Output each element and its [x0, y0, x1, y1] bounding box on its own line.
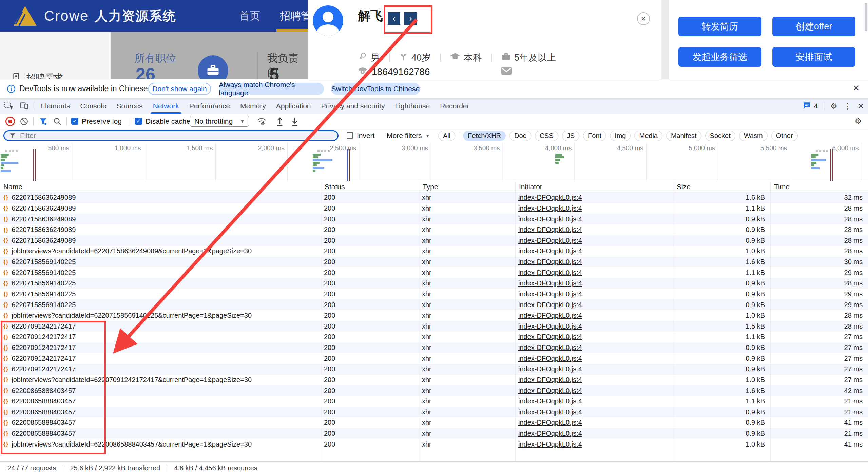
request-row[interactable]: {}62207158636249089200xhrindex-DFOqpkL0.…	[0, 203, 868, 214]
initiator-link[interactable]: index-DFOqpkL0.js:4	[518, 279, 582, 287]
initiator-link[interactable]: index-DFOqpkL0.js:4	[518, 301, 582, 309]
chat-bubble-icon[interactable]	[803, 101, 811, 111]
initiator-link[interactable]: index-DFOqpkL0.js:4	[518, 376, 582, 384]
initiator-link[interactable]: index-DFOqpkL0.js:4	[518, 419, 582, 427]
tab-lighthouse[interactable]: Lighthouse	[390, 99, 435, 114]
chip-doc[interactable]: Doc	[509, 131, 531, 141]
initiator-link[interactable]: index-DFOqpkL0.js:4	[518, 333, 582, 341]
search-icon[interactable]	[53, 114, 62, 129]
start-screening-button[interactable]: 发起业务筛选	[678, 47, 761, 67]
initiator-link[interactable]: index-DFOqpkL0.js:4	[518, 215, 582, 223]
request-row[interactable]: {}62207091242172417200xhrindex-DFOqpkL0.…	[0, 364, 868, 375]
chip-js[interactable]: JS	[562, 131, 579, 141]
request-row[interactable]: {}62207091242172417200xhrindex-DFOqpkL0.…	[0, 332, 868, 342]
initiator-link[interactable]: index-DFOqpkL0.js:4	[518, 440, 582, 448]
request-row[interactable]: {}jobInterviews?candidateId=622071585691…	[0, 310, 868, 321]
initiator-link[interactable]: index-DFOqpkL0.js:4	[518, 247, 582, 255]
dont-show-again-button[interactable]: Don't show again	[148, 83, 211, 95]
initiator-link[interactable]: index-DFOqpkL0.js:4	[518, 204, 582, 212]
invert-checkbox[interactable]	[347, 132, 353, 139]
initiator-link[interactable]: index-DFOqpkL0.js:4	[518, 269, 582, 277]
tab-elements[interactable]: Elements	[35, 99, 75, 114]
forward-resume-button[interactable]: 转发简历	[678, 17, 761, 36]
export-har-icon[interactable]	[275, 114, 284, 129]
initiator-link[interactable]: index-DFOqpkL0.js:4	[518, 344, 582, 352]
initiator-link[interactable]: index-DFOqpkL0.js:4	[518, 387, 582, 395]
record-icon[interactable]	[5, 114, 15, 129]
request-row[interactable]: {}62207158569140225200xhrindex-DFOqpkL0.…	[0, 299, 868, 310]
tab-application[interactable]: Application	[271, 99, 316, 114]
column-header-name[interactable]: Name	[0, 181, 321, 192]
import-har-icon[interactable]	[290, 114, 299, 129]
close-devtools-icon[interactable]: ✕	[857, 102, 864, 110]
chip-manifest[interactable]: Manifest	[666, 131, 701, 141]
chip-css[interactable]: CSS	[535, 131, 558, 141]
close-popup-button[interactable]: ✕	[637, 12, 650, 25]
more-filters-button[interactable]: More filters ▼	[387, 132, 430, 140]
prev-candidate-button[interactable]: ‹	[388, 12, 400, 25]
request-row[interactable]: {}62207091242172417200xhrindex-DFOqpkL0.…	[0, 321, 868, 332]
tab-console[interactable]: Console	[75, 99, 112, 114]
request-row[interactable]: {}62207091242172417200xhrindex-DFOqpkL0.…	[0, 353, 868, 364]
chip-other[interactable]: Other	[771, 131, 798, 141]
initiator-link[interactable]: index-DFOqpkL0.js:4	[518, 194, 582, 201]
column-header-type[interactable]: Type	[419, 181, 516, 192]
chip-wasm[interactable]: Wasm	[739, 131, 768, 141]
tab-performance[interactable]: Performance	[184, 99, 235, 114]
initiator-link[interactable]: index-DFOqpkL0.js:4	[518, 397, 582, 405]
initiator-link[interactable]: index-DFOqpkL0.js:4	[518, 365, 582, 373]
tab-privacy-and-security[interactable]: Privacy and security	[316, 99, 390, 114]
initiator-link[interactable]: index-DFOqpkL0.js:4	[518, 312, 582, 319]
switch-devtools-chinese-button[interactable]: Switch DevTools to Chinese	[331, 83, 420, 95]
request-row[interactable]: {}62200865888403457200xhrindex-DFOqpkL0.…	[0, 428, 868, 439]
request-row[interactable]: {}62207158569140225200xhrindex-DFOqpkL0.…	[0, 257, 868, 268]
initiator-link[interactable]: index-DFOqpkL0.js:4	[518, 258, 582, 266]
initiator-link[interactable]: index-DFOqpkL0.js:4	[518, 430, 582, 437]
filter-funnel-icon[interactable]	[39, 114, 47, 129]
preserve-log-checkbox[interactable]: ✓ Preserve log	[71, 114, 122, 129]
initiator-link[interactable]: index-DFOqpkL0.js:4	[518, 408, 582, 416]
inspect-element-icon[interactable]	[4, 101, 14, 111]
tab-network[interactable]: Network	[148, 99, 184, 114]
tab-memory[interactable]: Memory	[235, 99, 271, 114]
request-row[interactable]: {}62200865888403457200xhrindex-DFOqpkL0.…	[0, 407, 868, 418]
always-match-language-button[interactable]: Always match Chrome's language	[219, 83, 324, 95]
network-overview-timeline[interactable]: 500 ms1,000 ms1,500 ms2,000 ms2,500 ms3,…	[0, 143, 868, 181]
request-row[interactable]: {}62207158636249089200xhrindex-DFOqpkL0.…	[0, 214, 868, 224]
request-row[interactable]: {}62207158636249089200xhrindex-DFOqpkL0.…	[0, 235, 868, 246]
throttling-select[interactable]: No throttling▼	[190, 114, 249, 129]
column-header-time[interactable]: Time	[771, 181, 868, 192]
chip-fetchxhr[interactable]: Fetch/XHR	[463, 131, 506, 141]
tab-recorder[interactable]: Recorder	[435, 99, 474, 114]
request-row[interactable]: {}jobInterviews?candidateId=622070912421…	[0, 375, 868, 386]
clear-icon[interactable]	[20, 114, 28, 129]
gear-icon[interactable]: ⚙	[830, 102, 837, 110]
chip-font[interactable]: Font	[583, 131, 606, 141]
chip-img[interactable]: Img	[610, 131, 631, 141]
device-toolbar-icon[interactable]	[20, 101, 28, 111]
schedule-interview-button[interactable]: 安排面试	[772, 47, 855, 67]
request-row[interactable]: {}62207158569140225200xhrindex-DFOqpkL0.…	[0, 267, 868, 278]
initiator-link[interactable]: index-DFOqpkL0.js:4	[518, 290, 582, 298]
initiator-link[interactable]: index-DFOqpkL0.js:4	[518, 226, 582, 234]
network-conditions-icon[interactable]	[256, 114, 267, 129]
create-offer-button[interactable]: 创建offer	[772, 17, 855, 36]
request-row[interactable]: {}62207158636249089200xhrindex-DFOqpkL0.…	[0, 224, 868, 235]
column-header-initiator[interactable]: Initiator	[516, 181, 673, 192]
page-scrollbar[interactable]	[865, 3, 867, 31]
request-row[interactable]: {}62200865888403457200xhrindex-DFOqpkL0.…	[0, 385, 868, 396]
network-settings-gear-icon[interactable]: ⚙	[855, 114, 862, 129]
request-row[interactable]: {}62207158569140225200xhrindex-DFOqpkL0.…	[0, 278, 868, 289]
request-row[interactable]: {}62207158569140225200xhrindex-DFOqpkL0.…	[0, 289, 868, 300]
filter-input[interactable]	[19, 131, 319, 140]
column-header-status[interactable]: Status	[321, 181, 419, 192]
chip-socket[interactable]: Socket	[705, 131, 735, 141]
initiator-link[interactable]: index-DFOqpkL0.js:4	[518, 355, 582, 362]
chip-all[interactable]: All	[438, 131, 455, 141]
column-header-size[interactable]: Size	[673, 181, 771, 192]
request-row[interactable]: {}62207091242172417200xhrindex-DFOqpkL0.…	[0, 342, 868, 353]
sidebar-item-recruit-needs[interactable]: 招聘需求	[12, 72, 63, 79]
nav-item-0[interactable]: 首页	[239, 0, 260, 32]
initiator-link[interactable]: index-DFOqpkL0.js:4	[518, 237, 582, 244]
request-row[interactable]: {}62200865888403457200xhrindex-DFOqpkL0.…	[0, 417, 868, 428]
